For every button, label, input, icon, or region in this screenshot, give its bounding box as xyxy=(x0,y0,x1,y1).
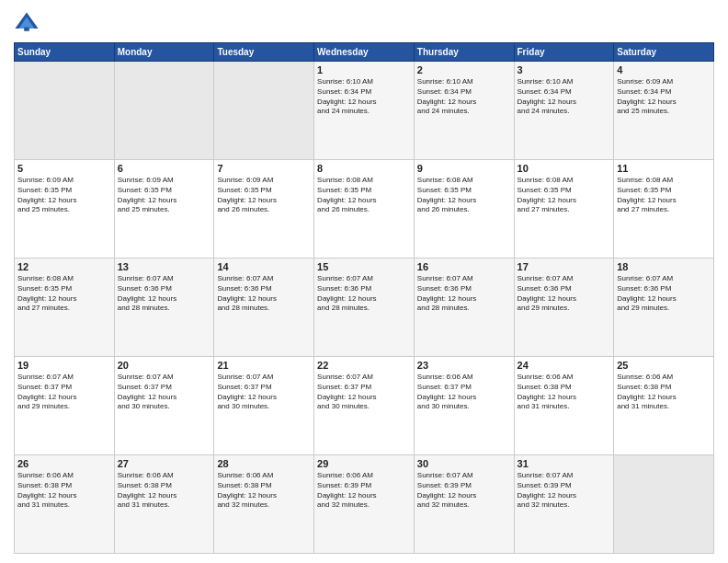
day-number: 20 xyxy=(118,360,211,371)
day-info: Sunrise: 6:07 AM Sunset: 6:39 PM Dayligh… xyxy=(417,471,511,511)
calendar-week-1: 5Sunrise: 6:09 AM Sunset: 6:35 PM Daylig… xyxy=(15,160,714,259)
calendar-cell: 12Sunrise: 6:08 AM Sunset: 6:35 PM Dayli… xyxy=(15,259,115,357)
calendar-cell: 31Sunrise: 6:07 AM Sunset: 6:39 PM Dayli… xyxy=(514,455,614,554)
day-info: Sunrise: 6:09 AM Sunset: 6:35 PM Dayligh… xyxy=(17,176,111,215)
day-number: 30 xyxy=(417,458,511,469)
day-number: 29 xyxy=(317,458,411,469)
day-info: Sunrise: 6:06 AM Sunset: 6:37 PM Dayligh… xyxy=(417,373,511,412)
day-info: Sunrise: 6:07 AM Sunset: 6:36 PM Dayligh… xyxy=(617,274,711,314)
calendar-cell: 17Sunrise: 6:07 AM Sunset: 6:36 PM Dayli… xyxy=(514,259,614,357)
day-number: 22 xyxy=(317,360,411,371)
calendar-week-4: 26Sunrise: 6:06 AM Sunset: 6:38 PM Dayli… xyxy=(15,455,714,554)
calendar-cell: 24Sunrise: 6:06 AM Sunset: 6:38 PM Dayli… xyxy=(514,357,614,455)
calendar-cell: 1Sunrise: 6:10 AM Sunset: 6:34 PM Daylig… xyxy=(314,62,415,160)
calendar-cell: 27Sunrise: 6:06 AM Sunset: 6:38 PM Dayli… xyxy=(114,455,214,554)
day-number: 14 xyxy=(217,261,311,272)
day-info: Sunrise: 6:08 AM Sunset: 6:35 PM Dayligh… xyxy=(17,274,111,314)
calendar-cell: 15Sunrise: 6:07 AM Sunset: 6:36 PM Dayli… xyxy=(314,259,415,357)
calendar-week-3: 19Sunrise: 6:07 AM Sunset: 6:37 PM Dayli… xyxy=(15,357,714,455)
calendar-cell xyxy=(114,62,214,160)
day-number: 23 xyxy=(417,360,511,371)
calendar-cell: 25Sunrise: 6:06 AM Sunset: 6:38 PM Dayli… xyxy=(614,357,714,455)
day-number: 25 xyxy=(617,360,711,371)
day-number: 12 xyxy=(17,261,111,272)
day-info: Sunrise: 6:06 AM Sunset: 6:38 PM Dayligh… xyxy=(217,471,311,511)
day-number: 7 xyxy=(217,163,311,174)
day-number: 18 xyxy=(617,261,711,272)
day-info: Sunrise: 6:06 AM Sunset: 6:38 PM Dayligh… xyxy=(617,373,711,412)
day-info: Sunrise: 6:10 AM Sunset: 6:34 PM Dayligh… xyxy=(317,77,411,117)
calendar-cell: 4Sunrise: 6:09 AM Sunset: 6:34 PM Daylig… xyxy=(614,62,714,160)
calendar-header-row: SundayMondayTuesdayWednesdayThursdayFrid… xyxy=(15,43,714,62)
calendar-header-thursday: Thursday xyxy=(414,43,514,62)
calendar-cell: 14Sunrise: 6:07 AM Sunset: 6:36 PM Dayli… xyxy=(214,259,314,357)
day-info: Sunrise: 6:07 AM Sunset: 6:37 PM Dayligh… xyxy=(217,373,311,412)
day-info: Sunrise: 6:08 AM Sunset: 6:35 PM Dayligh… xyxy=(417,176,511,215)
calendar-header-wednesday: Wednesday xyxy=(314,43,415,62)
calendar-cell: 18Sunrise: 6:07 AM Sunset: 6:36 PM Dayli… xyxy=(614,259,714,357)
svg-rect-2 xyxy=(24,28,29,31)
calendar-cell: 20Sunrise: 6:07 AM Sunset: 6:37 PM Dayli… xyxy=(114,357,214,455)
day-info: Sunrise: 6:06 AM Sunset: 6:38 PM Dayligh… xyxy=(518,373,611,412)
day-info: Sunrise: 6:07 AM Sunset: 6:39 PM Dayligh… xyxy=(518,471,611,511)
calendar-header-monday: Monday xyxy=(114,43,214,62)
day-number: 2 xyxy=(417,64,511,75)
calendar-cell: 29Sunrise: 6:06 AM Sunset: 6:39 PM Dayli… xyxy=(314,455,415,554)
calendar-cell: 26Sunrise: 6:06 AM Sunset: 6:38 PM Dayli… xyxy=(15,455,115,554)
calendar-table: SundayMondayTuesdayWednesdayThursdayFrid… xyxy=(14,42,714,554)
calendar-cell: 23Sunrise: 6:06 AM Sunset: 6:37 PM Dayli… xyxy=(414,357,514,455)
day-info: Sunrise: 6:06 AM Sunset: 6:38 PM Dayligh… xyxy=(17,471,111,511)
day-number: 19 xyxy=(17,360,111,371)
day-number: 1 xyxy=(317,64,411,75)
calendar-cell: 21Sunrise: 6:07 AM Sunset: 6:37 PM Dayli… xyxy=(214,357,314,455)
day-number: 26 xyxy=(17,458,111,469)
day-number: 11 xyxy=(617,163,711,174)
logo-icon xyxy=(14,9,40,35)
calendar-cell: 13Sunrise: 6:07 AM Sunset: 6:36 PM Dayli… xyxy=(114,259,214,357)
calendar-header-saturday: Saturday xyxy=(614,43,714,62)
day-info: Sunrise: 6:07 AM Sunset: 6:37 PM Dayligh… xyxy=(17,373,111,412)
day-info: Sunrise: 6:07 AM Sunset: 6:36 PM Dayligh… xyxy=(518,274,611,314)
day-info: Sunrise: 6:10 AM Sunset: 6:34 PM Dayligh… xyxy=(518,77,611,117)
day-info: Sunrise: 6:07 AM Sunset: 6:37 PM Dayligh… xyxy=(317,373,411,412)
calendar-week-2: 12Sunrise: 6:08 AM Sunset: 6:35 PM Dayli… xyxy=(15,259,714,357)
calendar-cell: 5Sunrise: 6:09 AM Sunset: 6:35 PM Daylig… xyxy=(15,160,115,259)
day-number: 6 xyxy=(118,163,211,174)
calendar-cell xyxy=(614,455,714,554)
calendar-cell: 7Sunrise: 6:09 AM Sunset: 6:35 PM Daylig… xyxy=(214,160,314,259)
day-info: Sunrise: 6:07 AM Sunset: 6:36 PM Dayligh… xyxy=(417,274,511,314)
day-info: Sunrise: 6:07 AM Sunset: 6:36 PM Dayligh… xyxy=(118,274,211,314)
calendar-cell: 3Sunrise: 6:10 AM Sunset: 6:34 PM Daylig… xyxy=(514,62,614,160)
day-number: 10 xyxy=(518,163,611,174)
calendar-cell: 6Sunrise: 6:09 AM Sunset: 6:35 PM Daylig… xyxy=(114,160,214,259)
day-info: Sunrise: 6:10 AM Sunset: 6:34 PM Dayligh… xyxy=(417,77,511,117)
day-number: 15 xyxy=(317,261,411,272)
day-number: 16 xyxy=(417,261,511,272)
header xyxy=(14,9,714,35)
calendar-cell xyxy=(15,62,115,160)
day-info: Sunrise: 6:08 AM Sunset: 6:35 PM Dayligh… xyxy=(518,176,611,215)
calendar-week-0: 1Sunrise: 6:10 AM Sunset: 6:34 PM Daylig… xyxy=(15,62,714,160)
calendar-cell: 9Sunrise: 6:08 AM Sunset: 6:35 PM Daylig… xyxy=(414,160,514,259)
day-info: Sunrise: 6:09 AM Sunset: 6:35 PM Dayligh… xyxy=(118,176,211,215)
calendar-cell: 28Sunrise: 6:06 AM Sunset: 6:38 PM Dayli… xyxy=(214,455,314,554)
day-info: Sunrise: 6:08 AM Sunset: 6:35 PM Dayligh… xyxy=(317,176,411,215)
day-number: 21 xyxy=(217,360,311,371)
day-info: Sunrise: 6:06 AM Sunset: 6:39 PM Dayligh… xyxy=(317,471,411,511)
day-number: 27 xyxy=(118,458,211,469)
day-info: Sunrise: 6:09 AM Sunset: 6:35 PM Dayligh… xyxy=(217,176,311,215)
calendar-cell: 10Sunrise: 6:08 AM Sunset: 6:35 PM Dayli… xyxy=(514,160,614,259)
day-number: 24 xyxy=(518,360,611,371)
day-number: 8 xyxy=(317,163,411,174)
page: SundayMondayTuesdayWednesdayThursdayFrid… xyxy=(0,0,728,563)
calendar-cell: 16Sunrise: 6:07 AM Sunset: 6:36 PM Dayli… xyxy=(414,259,514,357)
calendar-cell: 19Sunrise: 6:07 AM Sunset: 6:37 PM Dayli… xyxy=(15,357,115,455)
calendar-header-tuesday: Tuesday xyxy=(214,43,314,62)
day-info: Sunrise: 6:07 AM Sunset: 6:37 PM Dayligh… xyxy=(118,373,211,412)
day-info: Sunrise: 6:09 AM Sunset: 6:34 PM Dayligh… xyxy=(617,77,711,117)
calendar-cell: 11Sunrise: 6:08 AM Sunset: 6:35 PM Dayli… xyxy=(614,160,714,259)
calendar-header-sunday: Sunday xyxy=(15,43,115,62)
calendar-cell: 2Sunrise: 6:10 AM Sunset: 6:34 PM Daylig… xyxy=(414,62,514,160)
day-number: 9 xyxy=(417,163,511,174)
day-number: 4 xyxy=(617,64,711,75)
